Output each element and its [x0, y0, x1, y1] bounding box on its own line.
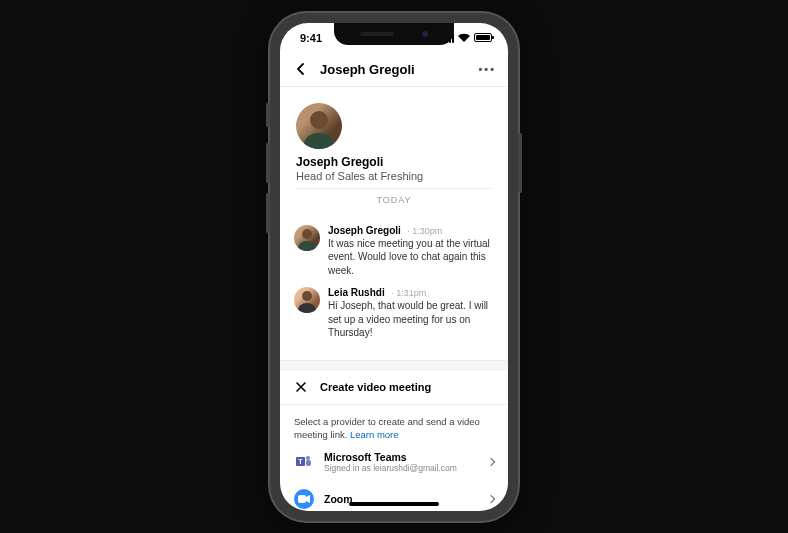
- date-separator: TODAY: [296, 188, 492, 211]
- message-list: Joseph Gregoli · 1:30pm It was nice meet…: [280, 221, 508, 360]
- message-item: Leia Rushdi · 1:31pm Hi Joseph, that wou…: [294, 287, 494, 340]
- navbar: Joseph Gregoli •••: [280, 53, 508, 87]
- more-options-button[interactable]: •••: [478, 63, 496, 75]
- screen: 9:41 Joseph Gregoli ••• Joseph Gregoli H…: [280, 23, 508, 511]
- power-button: [518, 133, 522, 193]
- teams-icon: T: [294, 452, 314, 472]
- message-time: · 1:31pm: [389, 288, 427, 298]
- panel-description: Select a provider to create and send a v…: [280, 405, 508, 444]
- profile-name: Joseph Gregoli: [296, 155, 492, 169]
- provider-zoom[interactable]: Zoom: [280, 481, 508, 510]
- message-item: Joseph Gregoli · 1:30pm It was nice meet…: [294, 225, 494, 278]
- svg-rect-4: [298, 495, 306, 503]
- message-text: Hi Joseph, that would be great. I will s…: [328, 299, 494, 340]
- notch: [334, 23, 454, 45]
- front-camera: [422, 31, 428, 37]
- chevron-right-icon: [487, 495, 495, 503]
- provider-name: Microsoft Teams: [324, 451, 478, 463]
- message-author: Joseph Gregoli: [328, 225, 401, 236]
- panel-divider: [280, 360, 508, 370]
- message-author: Leia Rushdi: [328, 287, 385, 298]
- page-title: Joseph Gregoli: [320, 62, 468, 77]
- profile-avatar[interactable]: [296, 103, 342, 149]
- provider-microsoft-teams[interactable]: T Microsoft Teams Signed in as leiarushd…: [280, 443, 508, 481]
- profile-header: Joseph Gregoli Head of Sales at Freshing…: [280, 87, 508, 221]
- svg-text:T: T: [298, 458, 303, 465]
- wifi-icon: [458, 33, 470, 42]
- svg-rect-3: [306, 460, 311, 466]
- volume-up: [266, 143, 270, 183]
- phone-frame: 9:41 Joseph Gregoli ••• Joseph Gregoli H…: [270, 13, 518, 521]
- battery-icon: [474, 33, 492, 42]
- panel-title: Create video meeting: [320, 381, 431, 393]
- mute-switch: [266, 103, 270, 127]
- home-indicator[interactable]: [349, 502, 439, 506]
- zoom-icon: [294, 489, 314, 509]
- speaker-grille: [360, 32, 394, 36]
- message-text: It was nice meeting you at the virtual e…: [328, 237, 494, 278]
- message-avatar[interactable]: [294, 287, 320, 313]
- chevron-right-icon: [487, 458, 495, 466]
- message-time: · 1:30pm: [405, 226, 443, 236]
- provider-subtitle: Signed in as leiarushdi@gmail.com: [324, 463, 478, 473]
- back-button[interactable]: [292, 60, 310, 78]
- arrow-left-icon: [294, 62, 308, 76]
- profile-subtitle: Head of Sales at Freshing: [296, 170, 492, 182]
- create-meeting-header: Create video meeting: [280, 370, 508, 405]
- close-icon: [295, 381, 307, 393]
- message-avatar[interactable]: [294, 225, 320, 251]
- close-panel-button[interactable]: [294, 380, 308, 394]
- volume-down: [266, 193, 270, 233]
- svg-point-2: [306, 456, 310, 460]
- clock: 9:41: [300, 32, 322, 44]
- learn-more-link[interactable]: Learn more: [350, 429, 399, 440]
